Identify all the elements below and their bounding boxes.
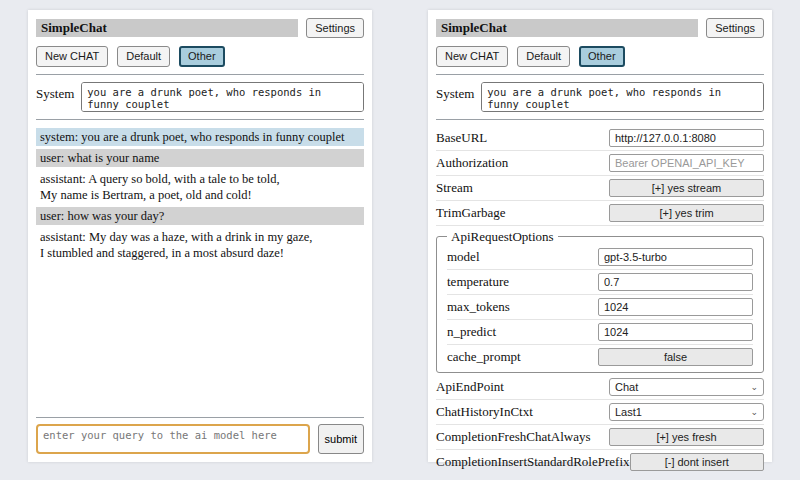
setting-row-max-tokens: max_tokens xyxy=(447,295,753,320)
system-prompt-row: System you are a drunk poet, who respond… xyxy=(436,82,764,112)
cache-prompt-label: cache_prompt xyxy=(447,349,521,365)
chat-message: assistant: A query so bold, with a tale … xyxy=(36,170,364,204)
submit-button[interactable]: submit xyxy=(318,424,364,454)
temperature-input[interactable] xyxy=(598,273,753,291)
stream-toggle-button[interactable]: [+] yes stream xyxy=(609,179,764,197)
api-endpoint-label: ApiEndPoint xyxy=(436,379,504,395)
query-input[interactable] xyxy=(36,424,310,454)
setting-row-authorization: Authorization xyxy=(436,151,764,176)
chat-message: assistant: My day was a haze, with a dri… xyxy=(36,228,364,262)
system-prompt-row: System you are a drunk poet, who respond… xyxy=(36,82,364,112)
setting-row-temperature: temperature xyxy=(447,270,753,295)
fresh-chat-label: CompletionFreshChatAlways xyxy=(436,429,591,445)
divider xyxy=(436,74,764,75)
divider xyxy=(436,119,764,120)
app-title-bar: SimpleChat xyxy=(436,19,698,37)
tab-default[interactable]: Default xyxy=(517,46,570,66)
settings-button[interactable]: Settings xyxy=(306,18,364,38)
trimgarbage-toggle-button[interactable]: [+] yes trim xyxy=(609,204,764,222)
system-label: System xyxy=(36,82,74,102)
tab-default[interactable]: Default xyxy=(117,46,170,66)
trimgarbage-label: TrimGarbage xyxy=(436,205,506,221)
role-prefix-label: CompletionInsertStandardRolePrefix xyxy=(436,454,630,470)
setting-row-cache-prompt: cache_prompt false xyxy=(447,345,753,369)
setting-row-stream: Stream [+] yes stream xyxy=(436,176,764,201)
setting-row-n-predict: n_predict xyxy=(447,320,753,345)
divider xyxy=(36,74,364,75)
setting-row-chat-history: ChatHistoryInCtxt Last1 ⌄ xyxy=(436,400,764,425)
new-chat-button[interactable]: New CHAT xyxy=(36,46,108,66)
n-predict-label: n_predict xyxy=(447,324,496,340)
role-prefix-toggle-button[interactable]: [-] dont insert xyxy=(630,453,764,471)
spacer xyxy=(36,265,364,410)
cache-prompt-toggle-button[interactable]: false xyxy=(598,348,753,366)
tab-other[interactable]: Other xyxy=(179,46,225,66)
n-predict-input[interactable] xyxy=(598,323,753,341)
header: SimpleChat Settings xyxy=(36,18,364,38)
chat-history-select[interactable]: Last1 ⌄ xyxy=(609,403,764,421)
baseurl-input[interactable] xyxy=(609,129,764,147)
api-endpoint-selected-value: Chat xyxy=(615,381,638,393)
authorization-label: Authorization xyxy=(436,155,508,171)
chevron-down-icon: ⌄ xyxy=(750,407,758,417)
chat-session-tabs: New CHAT Default Other xyxy=(36,46,364,66)
api-request-options-fieldset: ApiRequestOptions model temperature max_… xyxy=(436,229,764,373)
chat-message: system: you are a drunk poet, who respon… xyxy=(36,128,364,146)
chat-panel: SimpleChat Settings New CHAT Default Oth… xyxy=(28,10,372,462)
max-tokens-input[interactable] xyxy=(598,298,753,316)
chat-history-label: ChatHistoryInCtxt xyxy=(436,404,533,420)
settings-panel: SimpleChat Settings New CHAT Default Oth… xyxy=(428,10,772,462)
query-row: submit xyxy=(36,424,364,454)
tab-other[interactable]: Other xyxy=(579,46,625,66)
settings-list: BaseURL Authorization Stream [+] yes str… xyxy=(436,126,764,474)
max-tokens-label: max_tokens xyxy=(447,299,510,315)
baseurl-label: BaseURL xyxy=(436,130,487,146)
header: SimpleChat Settings xyxy=(436,18,764,38)
system-prompt-input[interactable]: you are a drunk poet, who responds in fu… xyxy=(81,82,364,112)
chat-session-tabs: New CHAT Default Other xyxy=(436,46,764,66)
fresh-chat-toggle-button[interactable]: [+] yes fresh xyxy=(609,428,764,446)
chat-history-selected-value: Last1 xyxy=(615,406,642,418)
api-endpoint-select[interactable]: Chat ⌄ xyxy=(609,378,764,396)
system-label: System xyxy=(436,82,474,102)
setting-row-api-endpoint: ApiEndPoint Chat ⌄ xyxy=(436,375,764,400)
setting-row-fresh-chat: CompletionFreshChatAlways [+] yes fresh xyxy=(436,425,764,450)
setting-row-trimgarbage: TrimGarbage [+] yes trim xyxy=(436,201,764,226)
api-request-options-legend: ApiRequestOptions xyxy=(447,229,558,245)
chat-message: user: what is your name xyxy=(36,149,364,167)
app-title-bar: SimpleChat xyxy=(36,19,298,37)
stream-label: Stream xyxy=(436,180,473,196)
model-label: model xyxy=(447,249,480,265)
app-title: SimpleChat xyxy=(441,20,507,35)
new-chat-button[interactable]: New CHAT xyxy=(436,46,508,66)
chat-message: user: how was your day? xyxy=(36,207,364,225)
temperature-label: temperature xyxy=(447,274,509,290)
setting-row-model: model xyxy=(447,245,753,270)
system-prompt-input[interactable]: you are a drunk poet, who responds in fu… xyxy=(481,82,764,112)
model-input[interactable] xyxy=(598,248,753,266)
setting-row-role-prefix: CompletionInsertStandardRolePrefix [-] d… xyxy=(436,450,764,474)
chevron-down-icon: ⌄ xyxy=(750,382,758,392)
settings-button[interactable]: Settings xyxy=(706,18,764,38)
divider xyxy=(36,417,364,418)
app-title: SimpleChat xyxy=(41,20,107,35)
setting-row-baseurl: BaseURL xyxy=(436,126,764,151)
chat-message-list: system: you are a drunk poet, who respon… xyxy=(36,128,364,265)
divider xyxy=(36,119,364,120)
authorization-input[interactable] xyxy=(609,154,764,172)
